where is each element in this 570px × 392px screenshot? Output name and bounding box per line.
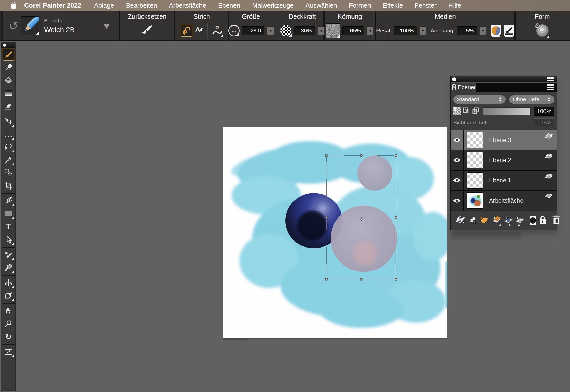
selection-center-marker[interactable] xyxy=(359,217,364,221)
preserve-transparency-toggle[interactable] xyxy=(453,107,461,115)
composite-depth-select[interactable]: Ohne Tiefe xyxy=(509,95,554,104)
visibility-eye-icon[interactable] xyxy=(451,158,463,163)
layer-link-toggle[interactable] xyxy=(472,107,480,116)
dynamic-plugins-button[interactable] xyxy=(468,216,477,225)
bleed-value-field[interactable]: 5% xyxy=(457,26,477,35)
tool-mirror-symmetry[interactable] xyxy=(3,277,14,289)
freehand-stroke-button[interactable] xyxy=(181,25,192,37)
apple-menu-icon[interactable] xyxy=(11,2,17,9)
reset-brush-button[interactable] xyxy=(141,25,153,36)
layer-row-ebene1[interactable]: Ebene 1 xyxy=(451,171,557,191)
resat-dropdown-button[interactable] xyxy=(420,26,426,35)
selection-handle-nw[interactable] xyxy=(325,154,328,157)
menu-auswaehlen[interactable]: Auswählen xyxy=(299,2,343,9)
layer-name[interactable]: Ebene 2 xyxy=(489,157,511,164)
dab-shape-button[interactable]: ⚙ xyxy=(536,24,549,37)
tool-rect-shape[interactable] xyxy=(3,208,14,220)
tool-lasso[interactable] xyxy=(3,141,14,153)
lock-layer-button[interactable] xyxy=(539,215,547,226)
brush-thumbnail[interactable] xyxy=(21,16,39,35)
layer-name[interactable]: Ebene 1 xyxy=(489,177,511,184)
restore-default-brush-icon[interactable]: ↻ xyxy=(9,19,18,32)
delete-layer-button[interactable] xyxy=(552,215,560,226)
tool-crop[interactable] xyxy=(3,180,14,192)
drawer-collapse-dot[interactable] xyxy=(452,77,456,81)
size-value-field[interactable]: 28.0 xyxy=(242,26,264,35)
selection-handle-w[interactable] xyxy=(325,216,328,219)
tool-selection-adjuster[interactable] xyxy=(3,167,14,179)
menu-formen[interactable]: Formen xyxy=(343,2,377,9)
tool-grabber-hand[interactable] xyxy=(3,305,14,317)
visibility-eye-icon[interactable] xyxy=(451,198,463,203)
tool-mirror-painting[interactable] xyxy=(3,249,14,261)
tool-paint-bucket[interactable] xyxy=(3,74,14,86)
layer-row-ebene2[interactable]: Ebene 2 xyxy=(451,150,557,171)
tool-window-fit[interactable] xyxy=(3,346,14,358)
composite-method-select[interactable]: Standard xyxy=(453,95,506,104)
menu-ebenen[interactable]: Ebenen xyxy=(212,2,246,9)
layer-thumbnail[interactable] xyxy=(467,172,483,189)
grain-dropdown-button[interactable] xyxy=(367,26,374,35)
menu-malwerkzeuge[interactable]: Malwerkzeuge xyxy=(246,2,299,9)
selection-handle-se[interactable] xyxy=(395,278,397,281)
grain-value-field[interactable]: 65% xyxy=(342,26,364,35)
selection-handle-ne[interactable] xyxy=(395,154,397,157)
pickup-underlying-color-toggle[interactable] xyxy=(463,107,470,116)
color-blend-mode-button[interactable] xyxy=(491,25,501,37)
drawer-menu-icon[interactable] xyxy=(547,77,554,81)
tool-magnifier[interactable] xyxy=(3,318,14,330)
tool-dropper[interactable] xyxy=(3,62,14,73)
menu-ablage[interactable]: Ablage xyxy=(88,2,120,9)
tool-magic-wand[interactable] xyxy=(3,154,14,166)
brush-name-block[interactable]: Bleistifte Weich 2B xyxy=(44,18,75,34)
size-icon[interactable]: ↔ xyxy=(228,25,240,36)
tool-perspective-guides[interactable] xyxy=(3,290,14,302)
resat-value-field[interactable]: 100% xyxy=(394,26,417,35)
tool-brush[interactable] xyxy=(3,49,14,61)
brush-media-button[interactable] xyxy=(504,25,514,37)
visibility-eye-icon[interactable] xyxy=(451,138,463,143)
tool-layer-adjuster[interactable] xyxy=(3,115,14,127)
canvas-layer-thumbnail[interactable] xyxy=(467,192,483,209)
menu-arbeitsflaeche[interactable]: Arbeitsfläche xyxy=(163,2,212,9)
palette-resize-dots[interactable]: • • • xyxy=(499,221,523,229)
tool-gradient[interactable] xyxy=(3,87,14,99)
favorite-heart-icon[interactable]: ♥ xyxy=(104,20,110,31)
visibility-eye-icon[interactable] xyxy=(451,178,463,183)
selection-handle-e[interactable] xyxy=(395,216,397,219)
layer-thumbnail[interactable] xyxy=(467,152,483,168)
layer-opacity-slider[interactable] xyxy=(483,107,531,115)
tool-shape-selection[interactable] xyxy=(3,234,14,245)
app-title-menu[interactable]: Corel Painter 2022 xyxy=(24,2,81,9)
menu-effekte[interactable]: Effekte xyxy=(377,2,409,9)
tool-pen[interactable] xyxy=(3,195,14,207)
tool-rect-select[interactable] xyxy=(3,128,14,140)
canvas-document[interactable] xyxy=(223,127,447,339)
menu-bearbeiten[interactable]: Bearbeiten xyxy=(120,2,163,9)
toolbox-grip-bar[interactable] xyxy=(1,42,15,48)
layer-name[interactable]: Ebene 3 xyxy=(489,137,511,144)
layer-thumbnail[interactable] xyxy=(467,132,483,148)
selection-handle-sw[interactable] xyxy=(325,278,328,281)
paper-texture-thumbnail[interactable] xyxy=(326,23,340,38)
straight-line-stroke-button[interactable] xyxy=(194,25,204,36)
menu-fenster[interactable]: Fenster xyxy=(409,2,442,9)
stroke-options-button[interactable]: ⚙ xyxy=(212,25,223,36)
bleed-dropdown-button[interactable] xyxy=(480,26,486,35)
opacity-icon[interactable] xyxy=(280,25,291,36)
opacity-dropdown-button[interactable] xyxy=(318,26,325,35)
selection-handle-n[interactable] xyxy=(360,154,363,157)
selection-handle-s[interactable] xyxy=(360,278,363,281)
opacity-value-field[interactable]: 30% xyxy=(294,26,315,35)
new-layer-button[interactable]: + xyxy=(480,216,489,225)
tool-kaleidoscope[interactable] xyxy=(3,262,14,274)
size-dropdown-button[interactable] xyxy=(267,26,274,35)
palette-drawer-bar[interactable] xyxy=(451,76,557,83)
layers-options-menu-icon[interactable] xyxy=(547,84,554,90)
tool-text[interactable]: T xyxy=(3,221,14,233)
new-layer-mask-button[interactable] xyxy=(530,216,536,225)
layer-name[interactable]: Arbeitsfläche xyxy=(489,197,523,204)
menu-hilfe[interactable]: Hilfe xyxy=(442,2,467,9)
layer-opacity-value[interactable]: 100% xyxy=(534,107,554,116)
tab-ebenen[interactable]: × Ebenen xyxy=(451,83,476,92)
